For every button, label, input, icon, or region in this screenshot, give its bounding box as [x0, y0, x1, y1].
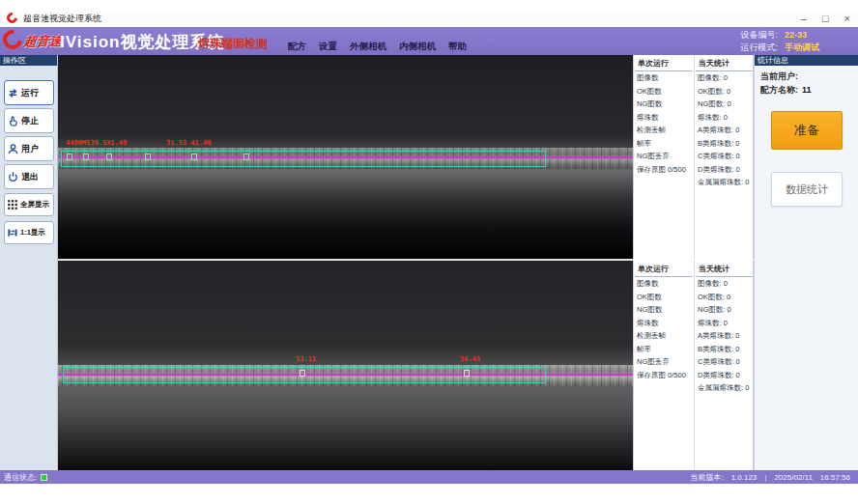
stat-row: 保存原图 0/500: [634, 369, 694, 382]
stat-row: NG图丢弃: [634, 355, 694, 369]
stat-row: D类熔珠数: 0: [695, 369, 754, 382]
fullscreen-button[interactable]: 全屏显示: [4, 193, 54, 216]
stats-panel-outer: 单次运行 图像数 OK图数 NG图数 熔珠数 检测丢帧 帧率 NG图丢弃 保存原…: [633, 55, 754, 259]
operation-sidebar: 操作区 运行 停止 用户 退出: [0, 55, 58, 470]
single-run-title: 单次运行: [635, 55, 693, 71]
brand-name: 超音速: [23, 33, 64, 50]
comm-status-led: [41, 474, 47, 481]
app-window: 超音速视觉处理系统 – □ × 超音速 IVision视觉处理系统 熔珠端面检测…: [0, 0, 858, 504]
run-button-label: 运行: [21, 87, 39, 99]
one-to-one-button[interactable]: 1:1显示: [4, 221, 54, 244]
stat-row: 图像数: 0: [695, 277, 754, 291]
current-user-row: 当前用户:: [760, 70, 802, 83]
stat-row: OK图数: 0: [695, 85, 754, 98]
stat-row: 图像数: [634, 277, 694, 291]
outer-camera-view: 449RMS39.5X1.49 31.53 41.49: [58, 55, 633, 259]
stat-row: NG图数: 0: [695, 98, 754, 111]
info-panel: 统计信息 当前用户: 配方名称:11 准备 数据统计: [754, 55, 858, 470]
recipe-name-label: 配方名称:: [760, 85, 798, 95]
user-button-label: 用户: [21, 143, 39, 155]
camera-viewport-area: 449RMS39.5X1.49 31.53 41.49 53.11 56.43: [58, 55, 633, 470]
user-icon: [7, 143, 19, 155]
run-mode-label: 运行模式:: [740, 42, 778, 52]
app-logo-icon: [5, 11, 19, 25]
run-button[interactable]: 运行: [4, 80, 54, 105]
stat-row: 图像数: 0: [695, 71, 754, 85]
daily-stats-title: 当天统计: [696, 261, 753, 277]
version-label: 当前版本:: [690, 472, 723, 483]
status-date: 2025/02/11: [774, 473, 812, 482]
power-exit-icon: [7, 171, 19, 183]
stat-row: 帧率: [634, 343, 694, 356]
status-time: 16:57:56: [820, 473, 850, 482]
single-run-title: 单次运行: [635, 261, 693, 277]
data-statistics-button[interactable]: 数据统计: [771, 172, 843, 207]
stat-row: 金属屑熔珠数: 0: [695, 176, 754, 189]
stop-button-label: 停止: [21, 115, 39, 127]
stat-row: 帧率: [634, 137, 694, 151]
menu-item-inner-camera[interactable]: 内侧相机: [399, 41, 436, 53]
defect-marker: [67, 154, 72, 160]
stop-hand-icon: [7, 115, 19, 127]
exit-button-label: 退出: [21, 171, 39, 183]
defect-marker: [464, 370, 470, 377]
menu-item-settings[interactable]: 设置: [319, 41, 337, 53]
stat-row: 熔珠数: 0: [695, 317, 754, 330]
recipe-name-row: 配方名称:11: [760, 84, 812, 97]
stat-row: 金属屑熔珠数: 0: [695, 381, 754, 395]
window-controls: – □ ×: [801, 10, 850, 27]
measurement-annotation: 449RMS39.5X1.49: [66, 139, 127, 147]
stat-row: C类熔珠数: 0: [695, 355, 754, 369]
close-button[interactable]: ×: [844, 10, 850, 27]
version-value: 1.0.123: [731, 473, 758, 482]
current-user-label: 当前用户:: [760, 71, 798, 81]
recipe-name-value: 11: [802, 85, 812, 95]
run-cycle-icon: [7, 87, 19, 99]
stat-row: NG图数: [634, 303, 694, 317]
exit-button[interactable]: 退出: [4, 164, 54, 189]
measurement-annotation-2: 31.53 41.49: [166, 139, 211, 147]
device-info: 设备编号:22-33 运行模式:手动调试: [740, 29, 819, 54]
maximize-button[interactable]: □: [822, 10, 829, 27]
defect-marker: [145, 154, 151, 160]
fullscreen-button-label: 全屏显示: [20, 200, 49, 210]
stat-row: NG图丢弃: [634, 150, 694, 163]
defect-marker: [106, 154, 112, 160]
comm-status-label: 通信状态:: [4, 472, 37, 483]
stat-row: 检测丢帧: [634, 124, 694, 137]
info-panel-title: 统计信息: [755, 55, 858, 66]
detection-rect-overlay: [61, 151, 546, 167]
menu-item-outer-camera[interactable]: 外侧相机: [350, 41, 386, 53]
menu-item-recipe[interactable]: 配方: [288, 41, 306, 53]
measurement-annotation-left: 53.11: [296, 355, 316, 363]
stat-row: 保存原图 0/500: [634, 163, 694, 177]
stat-row: A类熔珠数: 0: [695, 329, 754, 343]
defect-marker: [300, 370, 305, 377]
stop-button[interactable]: 停止: [4, 108, 54, 133]
menu-item-help[interactable]: 帮助: [448, 41, 467, 53]
minimize-button[interactable]: –: [801, 10, 807, 27]
stat-row: OK图数: [634, 85, 694, 98]
stat-row: OK图数: [634, 291, 694, 304]
sidebar-title: 操作区: [0, 55, 57, 66]
stats-panel-inner: 单次运行 图像数 OK图数 NG图数 熔珠数 检测丢帧 帧率 NG图丢弃 保存原…: [633, 261, 754, 470]
stat-row: NG图数: 0: [695, 303, 754, 317]
one-to-one-icon: [7, 227, 18, 238]
stat-row: C类熔珠数: 0: [695, 150, 754, 163]
stat-row: 检测丢帧: [634, 329, 694, 343]
run-mode-value: 手动调试: [785, 42, 819, 52]
user-button[interactable]: 用户: [4, 136, 54, 161]
prepare-button[interactable]: 准备: [771, 111, 843, 150]
menu-bar: 配方 设置 外侧相机 内侧相机 帮助: [288, 41, 467, 53]
app-subtitle: 熔珠端面检测: [198, 36, 268, 52]
stat-row: B类熔珠数: 0: [695, 343, 754, 356]
stat-row: OK图数: 0: [695, 291, 754, 304]
stat-row: NG图数: [634, 98, 694, 111]
daily-stats-title: 当天统计: [696, 55, 753, 71]
device-id-value: 22-33: [785, 30, 807, 40]
device-id-label: 设备编号:: [740, 30, 778, 40]
stat-row: 图像数: [634, 71, 694, 85]
os-title-bar: 超音速视觉处理系统 – □ ×: [0, 10, 858, 27]
stat-row: A类熔珠数: 0: [695, 124, 754, 137]
defect-marker: [191, 154, 197, 160]
